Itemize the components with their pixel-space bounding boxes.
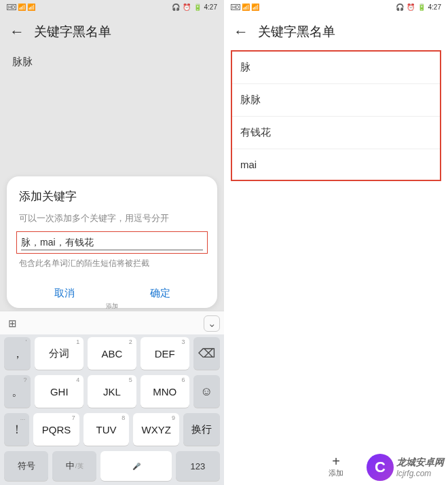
status-bar: HD 📶 📶 🎧 ⏰ 🔋 4:27 (0, 0, 224, 14)
existing-keyword-label: 脉脉 (0, 50, 224, 74)
headphone-icon: 🎧 (396, 3, 404, 11)
keyboard-collapse-icon[interactable]: ⌄ (204, 315, 220, 332)
kb-key-abc[interactable]: 2ABC (88, 337, 136, 370)
back-arrow-icon[interactable]: ← (10, 23, 24, 41)
hd-icon: HD (231, 4, 240, 10)
keyboard-bottom-row: 符号 中/英 🎤 123 (0, 448, 224, 485)
kb-key-mic[interactable]: 🎤 (100, 451, 171, 481)
status-time: 4:27 (204, 3, 217, 11)
signal-icon-2: 📶 (251, 3, 259, 11)
hd-icon: HD (7, 4, 16, 10)
kb-key-mno[interactable]: 6MNO (141, 375, 189, 408)
list-item[interactable]: 脉 (232, 52, 440, 84)
kb-key-exclaim[interactable]: ...！ (4, 413, 29, 446)
header-right: ← 关键字黑名单 (224, 14, 448, 50)
keyboard: '， 1分词 2ABC 3DEF ⌫ ?。 4GHI 5JKL 6MNO ☺ .… (0, 334, 224, 485)
alarm-icon: ⏰ (407, 3, 415, 11)
kb-key-def[interactable]: 3DEF (141, 337, 189, 370)
status-time-right: 4:27 (428, 3, 441, 11)
kb-key-pqrs[interactable]: 7PQRS (33, 413, 79, 446)
keyboard-grid-icon[interactable]: ⊞ (4, 315, 20, 332)
watermark-sub: lcjrfg.com (396, 469, 444, 478)
watermark-logo-icon: C (367, 454, 394, 481)
dialog-input-highlight (16, 231, 208, 254)
status-left-icons: HD 📶 📶 (7, 3, 35, 11)
page-title-right: 关键字黑名单 (258, 23, 335, 41)
battery-icon: 🔋 (417, 3, 426, 11)
list-item[interactable]: 脉脉 (232, 84, 440, 117)
kb-key-wxyz[interactable]: 9WXYZ (133, 413, 179, 446)
watermark-text: 龙城安卓网 lcjrfg.com (396, 457, 444, 478)
signal-icon-2: 📶 (27, 3, 35, 11)
kb-key-backspace[interactable]: ⌫ (193, 337, 220, 370)
kb-key-period[interactable]: ?。 (4, 375, 31, 408)
status-right-icons-right: 🎧 ⏰ 🔋 4:27 (396, 3, 441, 11)
header-left: ← 关键字黑名单 (0, 14, 224, 50)
headphone-icon: 🎧 (172, 3, 180, 11)
list-item[interactable]: 有钱花 (232, 117, 440, 149)
status-left-icons-right: HD 📶 📶 (231, 3, 259, 11)
dialog-subtitle: 可以一次添加多个关键字，用逗号分开 (16, 212, 208, 225)
list-item[interactable]: mai (232, 149, 440, 180)
status-right-icons: 🎧 ⏰ 🔋 4:27 (172, 3, 217, 11)
keyboard-row-3: ...！ 7PQRS 8TUV 9WXYZ 换行 (0, 410, 224, 448)
page-title: 关键字黑名单 (34, 23, 111, 41)
signal-icon-1: 📶 (242, 3, 250, 11)
add-keyword-dialog: 添加关键字 可以一次添加多个关键字，用逗号分开 包含此名单词汇的陌生短信将被拦截… (7, 176, 217, 308)
status-bar-right: HD 📶 📶 🎧 ⏰ 🔋 4:27 (224, 0, 448, 14)
keyboard-row-1: '， 1分词 2ABC 3DEF ⌫ (0, 334, 224, 372)
kb-key-language[interactable]: 中/英 (52, 451, 96, 481)
kb-key-ghi[interactable]: 4GHI (35, 375, 83, 408)
kb-key-emoji[interactable]: ☺ (193, 375, 220, 408)
left-phone-screen: HD 📶 📶 🎧 ⏰ 🔋 4:27 ← 关键字黑名单 脉脉 添加关键字 可以一次… (0, 0, 224, 485)
kb-key-symbol[interactable]: 符号 (4, 451, 48, 481)
keyboard-toolbar: ⊞ ⌄ (0, 311, 224, 335)
battery-icon: 🔋 (193, 3, 202, 11)
kb-key-comma[interactable]: '， (4, 337, 31, 370)
add-hint-behind-dialog: 添加 (0, 302, 224, 311)
kb-key-enter[interactable]: 换行 (183, 413, 220, 446)
watermark: C 龙城安卓网 lcjrfg.com (367, 454, 444, 481)
kb-key-tuv[interactable]: 8TUV (83, 413, 130, 446)
dialog-title: 添加关键字 (16, 189, 208, 204)
right-phone-screen: HD 📶 📶 🎧 ⏰ 🔋 4:27 ← 关键字黑名单 脉 脉脉 有钱花 mai … (224, 0, 448, 485)
kb-key-jkl[interactable]: 5JKL (88, 375, 136, 408)
kb-key-fenci[interactable]: 1分词 (35, 337, 83, 370)
keyword-input[interactable] (21, 236, 203, 250)
alarm-icon: ⏰ (183, 3, 191, 11)
watermark-main: 龙城安卓网 (396, 457, 444, 469)
kb-key-123[interactable]: 123 (176, 451, 220, 481)
back-arrow-icon-right[interactable]: ← (234, 23, 248, 41)
dialog-hint: 包含此名单词汇的陌生短信将被拦截 (16, 258, 208, 269)
signal-icon-1: 📶 (18, 3, 26, 11)
keyword-list-highlight: 脉 脉脉 有钱花 mai (231, 50, 441, 181)
keyboard-row-2: ?。 4GHI 5JKL 6MNO ☺ (0, 372, 224, 410)
